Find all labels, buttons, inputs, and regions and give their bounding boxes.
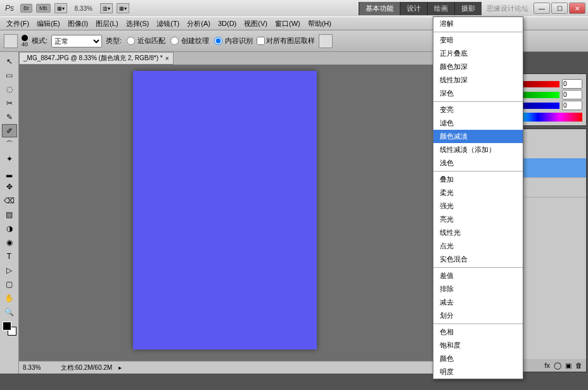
tool-blur[interactable]: ▤ [2, 208, 17, 221]
workspace-design[interactable]: 设计 [400, 2, 427, 15]
menu-separator [433, 324, 523, 324]
radio-proximity[interactable]: 近似匹配 [125, 36, 165, 46]
radio-content-aware[interactable]: 内容识别 [213, 36, 253, 46]
mode-select[interactable]: 正常 [51, 35, 102, 47]
trash-icon[interactable]: 🗑 [575, 362, 582, 369]
radio-texture[interactable]: 创建纹理 [169, 36, 209, 46]
tool-dodge[interactable]: ◑ [2, 222, 17, 235]
blend-item-selected[interactable]: 颜色减淡 [433, 130, 523, 143]
menu-help[interactable]: 帮助(H) [304, 19, 335, 28]
screen-mode-icon[interactable]: ▦▾ [54, 3, 67, 13]
blend-item[interactable]: 线性加深 [433, 73, 523, 87]
blend-item[interactable]: 正片叠底 [433, 47, 523, 60]
tool-stamp[interactable]: ✦ [2, 152, 17, 165]
tool-history[interactable]: ▂ [2, 166, 17, 179]
canvas-viewport[interactable] [19, 65, 444, 361]
tool-type[interactable]: T [2, 249, 17, 263]
blend-item[interactable]: 色相 [433, 325, 523, 339]
fg-color-icon [3, 322, 11, 330]
tool-crop[interactable]: ✂ [2, 96, 17, 110]
menu-view[interactable]: 视图(V) [240, 19, 271, 28]
status-arrow-icon[interactable]: ▸ [118, 364, 122, 371]
minibridge-badge[interactable]: Mb [36, 4, 51, 13]
blend-item[interactable]: 变亮 [433, 103, 523, 116]
bridge-badge[interactable]: Br [20, 4, 32, 13]
close-tab-icon[interactable]: × [165, 55, 169, 62]
blend-item[interactable]: 柔光 [433, 186, 523, 199]
tool-gradient[interactable]: ⌫ [2, 194, 17, 207]
tool-pen[interactable]: ◉ [2, 236, 17, 249]
maximize-button[interactable]: ☐ [551, 3, 568, 14]
tool-marquee[interactable]: ▭ [2, 68, 17, 82]
tool-eraser[interactable]: ✥ [2, 180, 17, 193]
app-logo: Ps [3, 4, 16, 13]
pressure-icon[interactable] [319, 34, 333, 48]
blend-item[interactable]: 差值 [433, 269, 523, 282]
blend-item[interactable]: 饱和度 [433, 339, 523, 352]
tool-move[interactable]: ↖ [2, 54, 17, 68]
tool-shape[interactable]: ▢ [2, 277, 17, 291]
title-bar: Ps Br Mb ▦▾ 8.33% ▥▾ ▦▾ 基本功能 设计 绘画 摄影 思缘… [0, 0, 588, 16]
tool-path[interactable]: ▷ [2, 263, 17, 277]
document-tab[interactable]: _MG_8847.JPG @ 8.33% (颜色填充 2, RGB/8*) * … [19, 52, 174, 65]
brush-preset[interactable]: 40 [22, 35, 28, 47]
status-bar: 8.33% 文档:60.2M/60.2M ▸ [19, 361, 444, 374]
menu-filter[interactable]: 滤镜(T) [153, 19, 183, 28]
view-extra-icon[interactable]: ▦▾ [117, 3, 129, 13]
blend-item[interactable]: 滤色 [433, 116, 523, 130]
blend-item[interactable]: 叠加 [433, 173, 523, 186]
workspace-paint[interactable]: 绘画 [427, 2, 454, 15]
blend-item[interactable]: 颜色加深 [433, 60, 523, 73]
watermark-text: 思缘设计论坛 [482, 4, 534, 13]
tool-lasso[interactable]: ◌ [2, 82, 17, 96]
mask-icon[interactable]: ◯ [554, 362, 561, 370]
menu-window[interactable]: 窗口(W) [271, 19, 304, 28]
blend-item[interactable]: 划分 [433, 309, 523, 322]
blend-item[interactable]: 溶解 [433, 17, 523, 30]
new-layer-icon[interactable]: ▣ [565, 362, 572, 370]
brush-size: 40 [22, 41, 28, 47]
color-swatch[interactable] [3, 322, 16, 336]
menu-edit[interactable]: 编辑(E) [33, 19, 64, 28]
document-tab-bar: _MG_8847.JPG @ 8.33% (颜色填充 2, RGB/8*) * … [19, 52, 444, 65]
tool-brush[interactable]: ⌒ [2, 138, 17, 151]
blend-item[interactable]: 浅色 [433, 156, 523, 170]
checkbox-sample-all[interactable]: 对所有图层取样 [257, 36, 315, 46]
blend-item[interactable]: 明度 [433, 365, 523, 379]
current-tool-icon[interactable] [4, 34, 18, 48]
status-zoom[interactable]: 8.33% [23, 364, 54, 371]
menu-select[interactable]: 选择(S) [122, 19, 153, 28]
tool-zoom[interactable]: 🔍 [2, 305, 17, 318]
tool-healing[interactable]: ✐ [2, 124, 17, 137]
blend-item[interactable]: 线性光 [433, 226, 523, 239]
blend-item[interactable]: 强光 [433, 199, 523, 213]
blend-item[interactable]: 减去 [433, 296, 523, 309]
blend-item[interactable]: 点光 [433, 239, 523, 253]
menu-3d[interactable]: 3D(D) [214, 20, 240, 27]
toolbox: ↖ ▭ ◌ ✂ ✎ ✐ ⌒ ✦ ▂ ✥ ⌫ ▤ ◑ ◉ T ▷ ▢ ✋ 🔍 [0, 52, 19, 374]
menu-image[interactable]: 图像(I) [64, 19, 92, 28]
tool-eyedropper[interactable]: ✎ [2, 110, 17, 123]
menu-analysis[interactable]: 分析(A) [183, 19, 214, 28]
blend-item[interactable]: 变暗 [433, 34, 523, 47]
workspace-photo[interactable]: 摄影 [454, 2, 482, 15]
blend-item[interactable]: 深色 [433, 87, 523, 100]
arrange-icon[interactable]: ▥▾ [100, 3, 113, 13]
close-button[interactable]: ✕ [569, 3, 585, 14]
brush-dot-icon [22, 35, 28, 41]
tool-hand[interactable]: ✋ [2, 291, 17, 305]
r-input[interactable] [562, 79, 582, 89]
workspace-essentials[interactable]: 基本功能 [359, 2, 400, 15]
menu-file[interactable]: 文件(F) [3, 19, 33, 28]
g-input[interactable] [562, 90, 582, 99]
fx-icon[interactable]: fx [544, 362, 550, 369]
blend-item[interactable]: 排除 [433, 282, 523, 296]
blend-item[interactable]: 亮光 [433, 213, 523, 226]
blend-item[interactable]: 颜色 [433, 352, 523, 365]
menu-layer[interactable]: 图层(L) [92, 19, 122, 28]
b-input[interactable] [562, 101, 582, 110]
title-zoom: 8.33% [71, 5, 96, 12]
blend-item[interactable]: 线性减淡（添加） [433, 143, 523, 156]
blend-item[interactable]: 实色混合 [433, 253, 523, 266]
minimize-button[interactable]: — [534, 3, 550, 14]
